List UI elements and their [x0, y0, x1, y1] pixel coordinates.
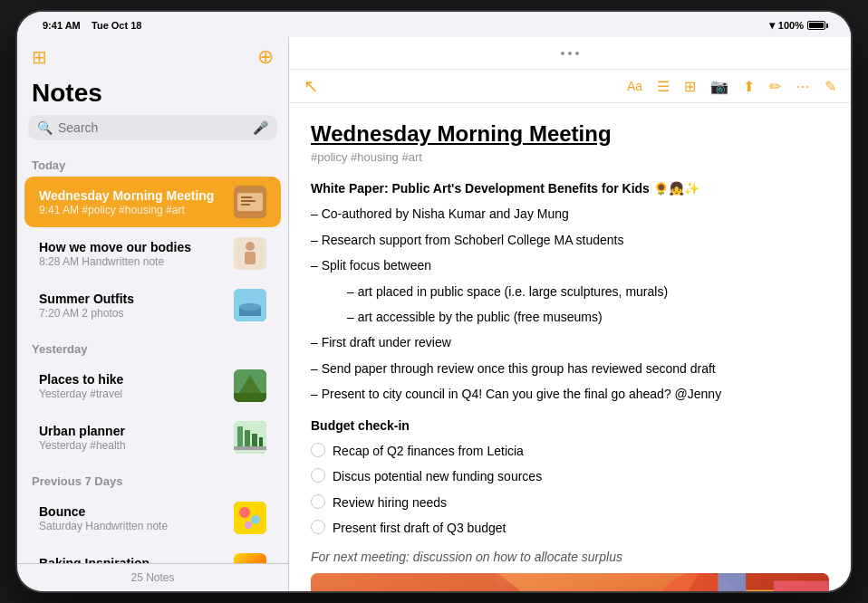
- italic-note: For next meeting: discussion on how to a…: [311, 547, 829, 567]
- svg-rect-19: [234, 446, 266, 450]
- line-8: – Present to city council in Q4! Can you…: [311, 384, 829, 404]
- note-meta: 8:28 AM Handwritten note: [39, 255, 227, 268]
- checklist-item-4[interactable]: Present first draft of Q3 budget: [311, 518, 829, 538]
- note-thumbnail-hike: [234, 369, 266, 402]
- note-meta: 9:41 AM #policy #housing #art: [39, 204, 227, 216]
- checklist-label-1: Recap of Q2 finances from Leticia: [333, 441, 524, 461]
- note-thumbnail-baking: 🥑: [234, 553, 266, 563]
- wifi-icon: ▾: [769, 19, 775, 32]
- camera-icon[interactable]: 📷: [710, 78, 728, 95]
- battery-percent: 100%: [778, 20, 804, 31]
- svg-rect-4: [241, 204, 250, 206]
- checklist-item-1[interactable]: Recap of Q2 finances from Leticia: [311, 441, 829, 461]
- markup-icon[interactable]: ✏: [769, 78, 781, 95]
- note-item-baking[interactable]: Baking Inspiration Thursday 2 photos 🥑: [24, 544, 281, 563]
- thumb-hike-img: [234, 369, 266, 402]
- checklist-item-2[interactable]: Discus potential new funding sources: [311, 466, 829, 486]
- line-7: – Send paper through review once this gr…: [311, 359, 829, 378]
- svg-point-23: [245, 522, 252, 529]
- sidebar-toggle-icon[interactable]: ⊞: [32, 46, 47, 68]
- search-input[interactable]: [58, 120, 247, 135]
- note-title: Baking Inspiration: [39, 556, 227, 564]
- svg-point-22: [251, 515, 260, 524]
- note-thumbnail-summer: [234, 289, 266, 321]
- thumb-wm-img: [234, 186, 266, 218]
- note-item-content: How we move our bodies 8:28 AM Handwritt…: [39, 240, 227, 268]
- note-item-content: Places to hike Yesterday #travel: [39, 372, 227, 400]
- share-icon[interactable]: ⬆: [743, 78, 755, 95]
- format-text-icon[interactable]: Aa: [627, 79, 642, 93]
- search-icon: 🔍: [37, 120, 53, 135]
- thumb-bounce-img: [234, 502, 266, 534]
- toolbar-center: Aa ☰ ⊞ 📷 ⬆ ✏ ⋯ ✎: [627, 78, 836, 95]
- note-thumbnail-wm: [234, 186, 266, 218]
- svg-rect-17: [252, 434, 257, 448]
- back-arrow-icon[interactable]: ↖: [304, 75, 319, 97]
- note-editor: ↖ Aa ☰ ⊞ 📷 ⬆ ✏ ⋯ ✎ Wednesday Morning Mee…: [289, 37, 851, 591]
- checkbox-2[interactable]: [311, 468, 325, 483]
- svg-rect-3: [241, 200, 256, 202]
- note-meta: Saturday Handwritten note: [39, 520, 227, 532]
- note-image-overlay: [311, 573, 829, 591]
- thumb-baking-img: 🥑: [234, 553, 266, 563]
- thumb-summer-img: [234, 289, 266, 321]
- sidebar: ⊞ ⊕ Notes 🔍 🎤 Today Wednesday Morning Me…: [17, 37, 289, 591]
- svg-rect-20: [234, 502, 266, 534]
- line-2: – Research support from Schoberl College…: [311, 230, 829, 250]
- svg-rect-16: [245, 430, 250, 448]
- toolbar-dot-1: [561, 52, 564, 55]
- note-meta: Yesterday #health: [39, 439, 227, 452]
- status-bar: 9:41 AM Tue Oct 18 ▾ 100%: [17, 12, 851, 37]
- checklist-icon[interactable]: ☰: [657, 78, 670, 95]
- note-item-bounce[interactable]: Bounce Saturday Handwritten note: [24, 493, 281, 543]
- sidebar-toolbar: ⊞ ⊕: [17, 37, 288, 77]
- table-icon[interactable]: ⊞: [684, 78, 696, 95]
- note-item-content: Summer Outfits 7:20 AM 2 photos: [39, 292, 227, 320]
- toolbar-dot-3: [575, 52, 579, 55]
- ipad-frame: 9:41 AM Tue Oct 18 ▾ 100% ⊞ ⊕ Notes 🔍 🎤: [17, 12, 851, 591]
- svg-point-10: [239, 303, 261, 311]
- note-heading: Wednesday Morning Meeting: [311, 121, 829, 147]
- note-title: How we move our bodies: [39, 240, 227, 254]
- section-yesterday: Yesterday: [17, 331, 288, 359]
- toolbar-left: ↖: [304, 75, 319, 97]
- notes-list: Today Wednesday Morning Meeting 9:41 AM …: [17, 148, 288, 563]
- sidebar-footer: 25 Notes: [17, 563, 288, 591]
- note-tags: #policy #housing #art: [311, 150, 829, 164]
- note-item-hike[interactable]: Places to hike Yesterday #travel: [24, 360, 281, 411]
- note-title: Summer Outfits: [39, 292, 227, 306]
- note-item-bodies[interactable]: How we move our bodies 8:28 AM Handwritt…: [24, 228, 281, 279]
- battery-fill: [809, 23, 824, 28]
- note-item-content: Bounce Saturday Handwritten note: [39, 504, 227, 532]
- note-title: Wednesday Morning Meeting: [39, 188, 227, 203]
- thumb-bodies-img: [234, 237, 266, 270]
- svg-point-21: [239, 507, 250, 518]
- search-bar[interactable]: 🔍 🎤: [28, 115, 277, 140]
- main-content: ⊞ ⊕ Notes 🔍 🎤 Today Wednesday Morning Me…: [17, 37, 851, 591]
- compose-edit-icon[interactable]: ✎: [825, 78, 836, 95]
- checkbox-1[interactable]: [311, 443, 325, 457]
- note-thumbnail-urban: [234, 421, 266, 454]
- more-icon[interactable]: ⋯: [796, 78, 810, 95]
- toolbar-dot-2: [568, 52, 572, 55]
- section-today: Today: [17, 148, 288, 176]
- checkbox-3[interactable]: [311, 494, 325, 509]
- mic-icon[interactable]: 🎤: [253, 120, 268, 135]
- note-image: [311, 573, 829, 591]
- compose-icon[interactable]: ⊕: [257, 45, 274, 69]
- note-item-content: Baking Inspiration Thursday 2 photos: [39, 556, 227, 564]
- note-item-urban[interactable]: Urban planner Yesterday #health: [24, 412, 281, 463]
- note-item-content: Urban planner Yesterday #health: [39, 424, 227, 452]
- thumb-urban-img: [234, 421, 266, 454]
- budget-section-title: Budget check-in: [311, 416, 829, 436]
- note-body: White Paper: Public Art's Development Be…: [311, 178, 829, 568]
- svg-rect-13: [234, 393, 266, 402]
- line-1: – Co-authored by Nisha Kumar and Jay Mun…: [311, 204, 829, 224]
- note-title: Places to hike: [39, 372, 227, 387]
- note-thumbnail-bounce: [234, 502, 266, 534]
- checklist-item-3[interactable]: Review hiring needs: [311, 493, 829, 512]
- checkbox-4[interactable]: [311, 520, 325, 534]
- note-item-wednesday[interactable]: Wednesday Morning Meeting 9:41 AM #polic…: [24, 177, 281, 227]
- note-item-summer[interactable]: Summer Outfits 7:20 AM 2 photos: [24, 280, 281, 330]
- line-3: – Split focus between: [311, 255, 829, 275]
